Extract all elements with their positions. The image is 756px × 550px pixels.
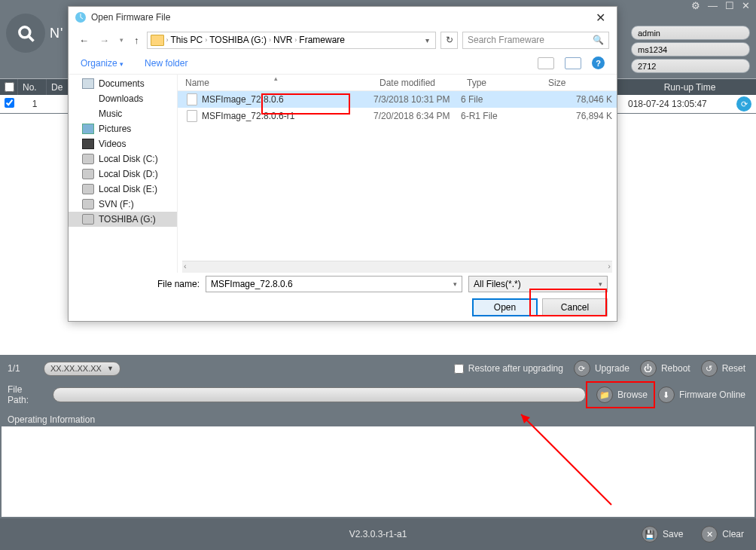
file-list-header: Name Date modified Type Size bbox=[178, 75, 617, 91]
nav-item-local-disk-d-[interactable]: Local Disk (D:) bbox=[69, 167, 177, 182]
ip-select[interactable]: XX.XX.XX.XX▼ bbox=[44, 362, 120, 376]
nav-up-icon[interactable]: ↑ bbox=[131, 35, 142, 46]
row-no: 1 bbox=[18, 99, 47, 109]
nav-item-svn-f-[interactable]: SVN (F:) bbox=[69, 197, 177, 212]
clear-button[interactable]: ✕Clear bbox=[698, 526, 747, 542]
reset-button[interactable]: ↺Reset bbox=[698, 360, 748, 377]
nav-item-videos[interactable]: Videos bbox=[69, 136, 177, 151]
open-button[interactable]: Open bbox=[472, 298, 538, 316]
dialog-title: Open Firmware File bbox=[91, 12, 590, 23]
runup-cell: 018-07-24 13:05:47 ⟳ bbox=[623, 95, 756, 113]
pager: 1/1 bbox=[8, 363, 36, 374]
disk-icon bbox=[82, 169, 94, 179]
nav-item-downloads[interactable]: Downloads bbox=[69, 91, 177, 106]
file-icon bbox=[187, 110, 197, 122]
save-button[interactable]: 💾Save bbox=[639, 526, 686, 542]
footer: V2.3.0.3-r1-a1 💾Save ✕Clear bbox=[0, 518, 756, 550]
file-type-select[interactable]: All Files(*.*) bbox=[468, 276, 608, 292]
minimize-icon[interactable]: — bbox=[708, 0, 718, 11]
folder-icon bbox=[151, 35, 164, 46]
file-row[interactable]: MSFImage_72.8.0.6-r1 7/20/2018 6:34 PM 6… bbox=[178, 108, 617, 124]
breadcrumb[interactable]: › This PC› TOSHIBA (G:)› NVR› Frameware … bbox=[147, 32, 437, 49]
firmware-online-button[interactable]: ⬇Firmware Online bbox=[655, 387, 748, 403]
reboot-button[interactable]: ⏻Reboot bbox=[637, 360, 694, 377]
nav-item-toshiba-g-[interactable]: TOSHIBA (G:) bbox=[69, 212, 177, 227]
password-input[interactable] bbox=[631, 42, 750, 57]
download-icon: ⬇ bbox=[658, 387, 675, 403]
file-name-label: File name: bbox=[78, 279, 200, 289]
nav-back-icon[interactable]: ← bbox=[76, 35, 92, 46]
view-icon[interactable] bbox=[538, 57, 554, 69]
disk-icon bbox=[82, 184, 94, 194]
pics-icon bbox=[82, 124, 94, 134]
runup-column[interactable]: Run-up Time bbox=[623, 78, 756, 95]
refresh-icon[interactable]: ↻ bbox=[440, 32, 458, 49]
operating-info-header: Operating Information bbox=[0, 410, 756, 426]
cancel-button[interactable]: Cancel bbox=[542, 298, 608, 316]
navigation-pane: DocumentsDownloadsMusicPicturesVideosLoc… bbox=[69, 75, 178, 273]
dialog-icon bbox=[75, 11, 87, 23]
browse-button[interactable]: 📁Browse bbox=[593, 387, 651, 403]
folder-open-icon: 📁 bbox=[596, 387, 613, 403]
help-icon[interactable]: ? bbox=[592, 57, 605, 69]
open-file-dialog: Open Firmware File ✕ ← → ▾ ↑ › This PC› … bbox=[68, 6, 617, 322]
operating-info-body bbox=[2, 426, 754, 517]
app-name: N' bbox=[50, 26, 63, 41]
sort-indicator-icon: ▴ bbox=[274, 75, 278, 82]
nav-item-local-disk-e-[interactable]: Local Disk (E:) bbox=[69, 182, 177, 197]
file-row[interactable]: MSFImage_72.8.0.6 7/3/2018 10:31 PM 6 Fi… bbox=[178, 91, 617, 108]
dialog-close-icon[interactable]: ✕ bbox=[590, 11, 611, 25]
docs-icon bbox=[82, 78, 94, 89]
vids-icon bbox=[82, 139, 94, 149]
close-icon[interactable]: ✕ bbox=[742, 0, 750, 11]
nav-item-local-disk-c-[interactable]: Local Disk (C:) bbox=[69, 151, 177, 167]
search-icon: 🔍 bbox=[593, 35, 604, 45]
no-column[interactable]: No. bbox=[18, 79, 47, 95]
file-path-input[interactable] bbox=[53, 387, 586, 402]
size-column[interactable]: Size bbox=[541, 78, 617, 88]
music-icon bbox=[82, 108, 94, 119]
new-folder-button[interactable]: New folder bbox=[145, 58, 187, 69]
file-name-input[interactable]: MSFImage_72.8.0.6 bbox=[206, 276, 462, 292]
nav-recent-icon[interactable]: ▾ bbox=[117, 36, 127, 44]
refresh-row-icon[interactable]: ⟳ bbox=[736, 96, 751, 112]
checkbox-column[interactable] bbox=[0, 79, 18, 95]
nav-item-music[interactable]: Music bbox=[69, 106, 177, 121]
maximize-icon[interactable]: ☐ bbox=[725, 0, 734, 11]
organize-button[interactable]: Organize ▾ bbox=[81, 58, 123, 69]
nav-forward-icon: → bbox=[96, 35, 112, 46]
disk-icon bbox=[82, 154, 94, 164]
version-label: V2.3.0.3-r1-a1 bbox=[349, 529, 407, 539]
file-path-label: File Path: bbox=[8, 384, 45, 405]
disk-icon bbox=[82, 199, 94, 209]
search-input[interactable]: Search Frameware 🔍 bbox=[462, 32, 609, 49]
disk-icon bbox=[82, 214, 94, 225]
nav-item-documents[interactable]: Documents bbox=[69, 76, 177, 91]
restore-checkbox[interactable]: Restore after upgrading bbox=[454, 363, 563, 374]
horizontal-scrollbar[interactable] bbox=[182, 261, 612, 273]
gear-icon[interactable]: ⚙ bbox=[691, 0, 700, 11]
file-icon bbox=[187, 93, 197, 105]
chevron-down-icon[interactable]: ▾ bbox=[422, 36, 432, 44]
preview-icon[interactable] bbox=[565, 57, 581, 69]
username-input[interactable] bbox=[631, 26, 750, 40]
nav-item-pictures[interactable]: Pictures bbox=[69, 121, 177, 136]
upgrade-button[interactable]: ⟳Upgrade bbox=[571, 360, 633, 377]
date-column[interactable]: Date modified bbox=[372, 78, 459, 88]
type-column[interactable]: Type bbox=[459, 78, 541, 88]
down-icon bbox=[82, 93, 94, 104]
port-input[interactable] bbox=[631, 59, 750, 73]
svg-line-1 bbox=[29, 36, 34, 41]
app-logo: N' bbox=[6, 14, 63, 53]
